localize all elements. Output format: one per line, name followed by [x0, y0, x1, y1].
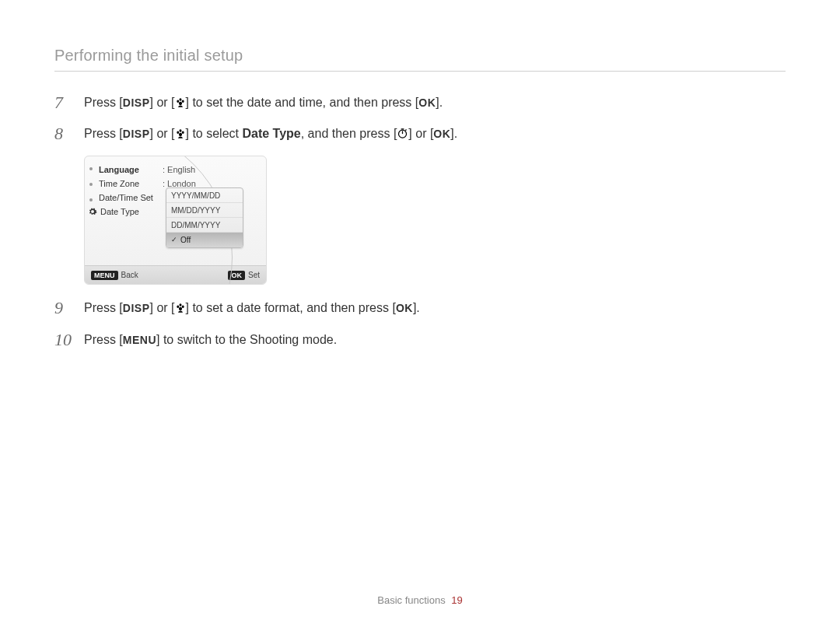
- ok-icon: OK: [433, 128, 450, 140]
- menu-row-language: Language : English: [99, 163, 196, 177]
- step-10: 10 Press [MENU] to switch to the Shootin…: [54, 331, 459, 349]
- step-text: Press [DISP] or [] to set the date and t…: [84, 93, 443, 112]
- option-ddmmyyyy: DD/MM/YYYY: [166, 218, 243, 233]
- steps-list: 7 Press [DISP] or [] to set the date and…: [54, 93, 459, 349]
- ok-icon: OK: [396, 302, 413, 314]
- camera-lcd-mock: Language : English Time Zone : London Da…: [84, 156, 267, 285]
- option-yyyymmdd: YYYY/MM/DD: [166, 188, 243, 203]
- step-number: 7: [54, 93, 76, 112]
- step-number: 8: [54, 124, 76, 143]
- date-type-options: YYYY/MM/DD MM/DD/YYYY DD/MM/YYYY Off: [166, 187, 243, 248]
- step-number: 9: [54, 299, 76, 317]
- step-7: 7 Press [DISP] or [] to set the date and…: [54, 93, 459, 112]
- page-footer: Basic functions 19: [0, 594, 840, 606]
- disp-icon: DISP: [123, 96, 150, 109]
- step-8: 8 Press [DISP] or [] to select Date Type…: [54, 124, 459, 143]
- disp-icon: DISP: [123, 302, 150, 314]
- option-off: Off: [166, 233, 243, 247]
- option-mmddyyyy: MM/DD/YYYY: [166, 203, 243, 218]
- footer-section: Basic functions: [377, 594, 445, 606]
- step-9: 9 Press [DISP] or [] to set a date forma…: [54, 299, 459, 317]
- macro-flower-icon: [175, 97, 186, 108]
- step-text: Press [DISP] or [] to set a date format,…: [84, 299, 420, 317]
- step-text: Press [DISP] or [] to select Date Type, …: [84, 124, 457, 143]
- step-text: Press [MENU] to switch to the Shooting m…: [84, 331, 337, 349]
- manual-page: Performing the initial setup 7 Press [DI…: [0, 0, 840, 634]
- step-number: 10: [54, 331, 76, 349]
- macro-flower-icon: [175, 128, 186, 139]
- menu-icon: MENU: [123, 334, 156, 346]
- macro-flower-icon: [175, 303, 186, 313]
- gear-icon: [88, 207, 97, 216]
- page-title: Performing the initial setup: [54, 47, 786, 72]
- ok-icon: OK: [418, 96, 436, 109]
- footer-set: OK Set: [228, 271, 260, 280]
- disp-icon: DISP: [123, 128, 150, 140]
- self-timer-icon: [397, 128, 408, 139]
- footer-page-number: 19: [451, 594, 462, 606]
